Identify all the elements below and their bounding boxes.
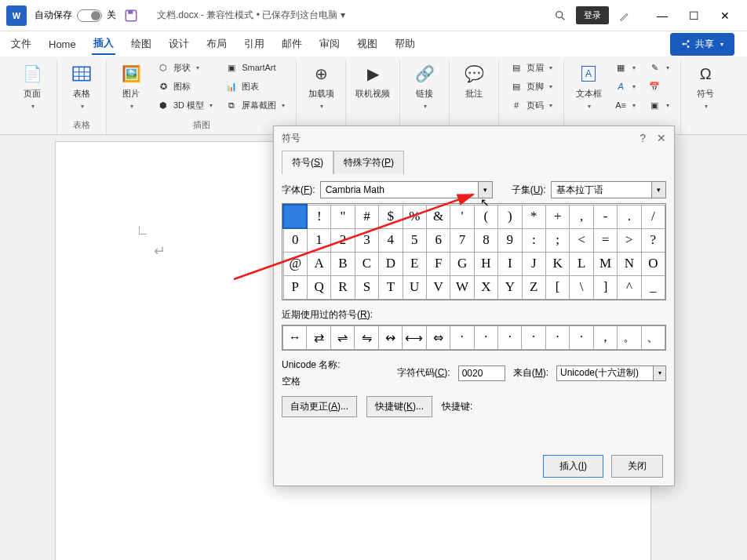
menu-mailings[interactable]: 邮件 [280,34,304,54]
menu-insert[interactable]: 插入 [92,33,115,55]
dialog-close-button[interactable]: ✕ [657,132,666,144]
ribbon-screenshot[interactable]: ⧉屏幕截图▾ [222,97,288,113]
symbol-cell[interactable]: ' [450,205,474,228]
recent-symbols-grid[interactable]: ↔⇄⇌⇋↭⟷⇔······,。、 [282,325,666,351]
symbol-cell[interactable]: U [403,275,426,299]
symbol-cell[interactable]: 6 [426,228,450,252]
symbol-cell[interactable]: 7 [450,228,474,252]
symbol-cell[interactable]: [ [545,275,569,299]
symbol-cell[interactable]: _ [641,275,665,299]
symbol-cell[interactable]: D [379,252,403,275]
symbol-grid[interactable]: !"#$%&'()*+,-./0123456789:;<=>?@ABCDEFGH… [282,203,666,300]
symbol-cell[interactable]: H [474,252,497,275]
symbol-cell[interactable]: @ [283,252,307,275]
shortcut-button[interactable]: 快捷键(K)... [366,396,432,417]
symbol-cell[interactable]: 5 [403,228,426,252]
symbol-cell[interactable]: G [450,252,474,275]
save-icon[interactable] [124,9,138,23]
ribbon-dropcap[interactable]: A≡▾ [611,97,639,113]
symbol-cell[interactable]: # [355,205,378,228]
share-button[interactable]: 共享▾ [670,33,734,56]
recent-symbol-cell[interactable]: · [497,325,521,349]
font-select[interactable]: Cambria Math ▾ [320,181,493,198]
minimize-button[interactable]: — [647,4,678,27]
symbol-cell[interactable]: / [641,205,665,228]
symbol-cell[interactable]: , [570,205,593,228]
recent-symbol-cell[interactable]: ⇔ [426,325,450,349]
ribbon-shapes[interactable]: ⬡形状▾ [154,60,202,75]
symbol-cell[interactable]: Z [522,275,545,299]
recent-symbol-cell[interactable]: · [474,325,497,349]
symbol-cell[interactable]: * [522,205,545,228]
menu-file[interactable]: 文件 [9,34,33,54]
symbol-cell[interactable]: F [426,252,450,275]
symbol-cell[interactable]: 2 [331,228,355,252]
ribbon-header[interactable]: ▤页眉▾ [507,60,556,75]
symbol-cell[interactable]: ; [545,228,569,252]
menu-draw[interactable]: 绘图 [129,34,153,54]
symbol-cell[interactable]: 3 [355,228,378,252]
recent-symbol-cell[interactable]: ⇄ [307,325,330,349]
symbol-cell[interactable]: K [545,252,569,275]
symbol-cell[interactable]: 0 [283,228,307,252]
recent-symbol-cell[interactable]: ⇋ [355,325,378,349]
ribbon-links[interactable]: 🔗链接▾ [408,60,441,113]
ribbon-page[interactable]: 📄页面▾ [16,60,49,113]
document-title[interactable]: 文档.docx - 兼容性模式 • 已保存到这台电脑 ▾ [157,9,345,22]
symbol-cell[interactable]: ^ [618,275,641,299]
symbol-cell[interactable]: = [593,228,617,252]
symbol-cell[interactable]: ( [474,205,497,228]
ribbon-textbox[interactable]: A文本框▾ [572,60,605,113]
symbol-cell[interactable]: C [355,252,378,275]
symbol-cell[interactable]: < [570,228,593,252]
maximize-button[interactable]: ☐ [678,4,709,27]
menu-view[interactable]: 视图 [355,34,379,54]
ribbon-symbols[interactable]: Ω符号▾ [689,60,722,113]
recent-symbol-cell[interactable]: ⟷ [403,325,426,349]
symbol-cell[interactable]: % [403,205,426,228]
ribbon-tables[interactable]: 表格▾ [65,60,98,113]
symbol-cell[interactable]: A [307,252,330,275]
ribbon-object[interactable]: ▣▾ [645,97,672,113]
recent-symbol-cell[interactable]: 、 [641,325,665,349]
pen-sparkle-icon[interactable] [618,9,631,22]
symbol-cell[interactable]: B [331,252,355,275]
recent-symbol-cell[interactable]: · [545,325,569,349]
symbol-cell[interactable]: 8 [474,228,497,252]
symbol-cell[interactable]: > [618,228,641,252]
insert-button[interactable]: 插入(I) [543,455,603,478]
recent-symbol-cell[interactable]: 。 [618,325,641,349]
symbol-cell[interactable]: . [618,205,641,228]
symbol-cell[interactable]: Y [498,275,522,299]
dialog-help-button[interactable]: ? [640,132,646,144]
ribbon-3dmodel[interactable]: ⬢3D 模型▾ [154,97,216,113]
ribbon-wordart[interactable]: A▾ [611,78,639,94]
ribbon-pictures[interactable]: 🖼️图片▾ [115,60,148,113]
symbol-cell[interactable]: Q [307,275,330,299]
symbol-cell[interactable]: L [570,252,593,275]
ribbon-quickparts[interactable]: ▦▾ [611,60,639,75]
menu-help[interactable]: 帮助 [393,34,417,54]
symbol-cell[interactable]: 4 [379,228,403,252]
autocorrect-button[interactable]: 自动更正(A)... [282,396,357,417]
tab-symbols[interactable]: 符号(S) [282,151,333,174]
close-button[interactable]: 关闭 [611,455,663,478]
menu-references[interactable]: 引用 [242,34,266,54]
close-button[interactable]: ✕ [709,4,741,27]
autosave-toggle[interactable]: 自动保存 关 [35,9,116,22]
symbol-cell[interactable]: X [474,275,497,299]
symbol-cell[interactable]: 9 [498,228,522,252]
search-icon[interactable] [554,9,567,22]
recent-symbol-cell[interactable]: · [522,325,545,349]
subset-select[interactable]: 基本拉丁语 ▾ [551,181,666,198]
symbol-cell[interactable]: " [331,205,355,228]
char-code-input[interactable] [458,365,505,381]
symbol-cell[interactable]: 1 [307,228,330,252]
symbol-cell[interactable]: \ [570,275,593,299]
menu-home[interactable]: Home [47,35,78,53]
from-select[interactable]: Unicode(十六进制) ▾ [556,365,666,381]
ribbon-sig[interactable]: ✎▾ [645,60,672,75]
symbol-cell[interactable]: : [522,228,545,252]
ribbon-addins[interactable]: ⊕加载项▾ [304,60,337,113]
symbol-cell[interactable]: J [522,252,545,275]
